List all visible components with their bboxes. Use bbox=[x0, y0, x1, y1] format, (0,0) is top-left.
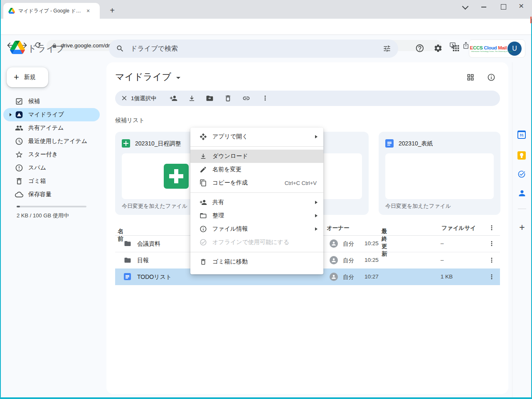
owner-avatar bbox=[330, 273, 338, 281]
account-badge-subtitle: Information Technology Center, The Unive… bbox=[471, 50, 506, 52]
header-more-icon[interactable] bbox=[488, 224, 495, 232]
menu-divider bbox=[190, 146, 323, 147]
window-close-button[interactable]: × bbox=[519, 1, 524, 10]
tab-close-icon[interactable]: × bbox=[86, 8, 90, 14]
submenu-arrow-icon bbox=[315, 214, 318, 217]
owner-name: 自分 bbox=[343, 240, 354, 248]
keep-icon[interactable] bbox=[517, 151, 526, 160]
account-badge[interactable]: ECCS Cloud Mail Information Technology C… bbox=[469, 39, 525, 58]
menu-item-copy[interactable]: コピーを作成Ctrl+C Ctrl+V bbox=[190, 176, 323, 190]
menu-item-folder-open[interactable]: 整理 bbox=[190, 209, 323, 222]
sidebar-item-label: スパム bbox=[28, 164, 46, 172]
rename-icon bbox=[200, 166, 207, 173]
doc-icon bbox=[124, 273, 131, 282]
sidebar-item-starred[interactable]: スター付き bbox=[3, 148, 100, 161]
browser-tab[interactable]: マイドライブ - Google ドライブ × bbox=[3, 3, 100, 19]
details-info-icon[interactable] bbox=[487, 73, 495, 81]
more-vert-icon[interactable] bbox=[261, 94, 269, 102]
context-menu: アプリで開くダウンロード名前を変更コピーを作成Ctrl+C Ctrl+V共有整理… bbox=[190, 128, 323, 274]
sidebar-item-my-drive[interactable]: マイドライブ bbox=[3, 108, 100, 121]
sidebar-item-recent[interactable]: 最近使用したアイテム bbox=[3, 135, 100, 148]
menu-divider bbox=[190, 252, 323, 252]
info-icon bbox=[200, 225, 207, 233]
link-icon[interactable] bbox=[242, 94, 250, 102]
person-add-icon[interactable] bbox=[170, 94, 177, 102]
menu-item-label: ファイル情報 bbox=[212, 225, 315, 233]
workspace-side-panel: 31 + › bbox=[512, 62, 532, 397]
contacts-icon[interactable] bbox=[517, 189, 527, 198]
my-drive-icon bbox=[15, 111, 23, 119]
menu-item-info[interactable]: ファイル情報 bbox=[190, 222, 323, 236]
copy-icon bbox=[200, 179, 207, 187]
breadcrumb-title[interactable]: マイドライブ bbox=[115, 71, 180, 83]
sheets-file-icon bbox=[122, 139, 130, 149]
column-header-owner[interactable]: オーナー bbox=[327, 224, 350, 232]
storage-progress-fill bbox=[17, 206, 20, 207]
search-icon[interactable] bbox=[116, 44, 124, 53]
new-tab-button[interactable]: + bbox=[107, 6, 117, 16]
account-badge-word: Cloud bbox=[483, 45, 497, 50]
download-icon[interactable] bbox=[188, 94, 196, 102]
help-icon[interactable] bbox=[415, 44, 424, 53]
clear-selection-icon[interactable] bbox=[121, 94, 128, 102]
menu-item-label: ダウンロード bbox=[212, 153, 323, 160]
menu-divider bbox=[190, 192, 323, 193]
card-title: 202310_日程調整 bbox=[135, 140, 181, 148]
window-menu-chevron-icon[interactable] bbox=[462, 3, 469, 10]
card-footer-text: 今日変更を加えたファイル bbox=[122, 202, 187, 210]
sidebar-item-spam[interactable]: スパム bbox=[3, 161, 100, 175]
download-icon bbox=[200, 153, 207, 160]
page-title: マイドライブ bbox=[115, 71, 171, 83]
search-options-icon[interactable] bbox=[383, 44, 391, 53]
account-badge-title: ECCS Cloud Mail bbox=[469, 45, 507, 50]
star-icon bbox=[15, 150, 23, 159]
offline-icon bbox=[200, 239, 207, 246]
drive-logo-icon[interactable] bbox=[10, 41, 25, 54]
window-minimize-button[interactable] bbox=[481, 7, 486, 7]
sidebar-item-storage[interactable]: 保存容量 bbox=[3, 188, 100, 201]
menu-item-person-add[interactable]: 共有 bbox=[190, 196, 323, 209]
edge-artifact bbox=[530, 17, 532, 23]
row-more-icon[interactable] bbox=[488, 256, 495, 264]
menu-item-rename[interactable]: 名前を変更 bbox=[190, 163, 323, 176]
trash-icon[interactable] bbox=[224, 94, 232, 102]
file-name: 会議資料 bbox=[137, 240, 160, 248]
column-header-size[interactable]: ファイルサイ bbox=[441, 224, 476, 232]
account-badge-word: E bbox=[470, 45, 473, 50]
screen-edge-left bbox=[0, 0, 1, 399]
sidebar-item-suggested[interactable]: 候補 bbox=[3, 95, 100, 108]
menu-item-trash[interactable]: ゴミ箱に移動 bbox=[190, 255, 323, 268]
browser-tab-bar: マイドライブ - Google ドライブ × + × bbox=[0, 0, 532, 19]
sidebar-item-shared[interactable]: 共有アイテム bbox=[3, 121, 100, 135]
menu-item-download[interactable]: ダウンロード bbox=[190, 150, 323, 163]
sidebar-item-label: 保存容量 bbox=[28, 191, 52, 198]
browser-toolbar: drive.google.com/drive/my-drive U bbox=[0, 19, 532, 35]
sidebar-item-trash[interactable]: ゴミ箱 bbox=[3, 175, 100, 188]
selection-toolbar: 1個選択中 bbox=[115, 91, 500, 106]
sort-ascending-icon: ↑ bbox=[121, 228, 124, 234]
row-more-icon[interactable] bbox=[488, 273, 495, 281]
menu-item-offline: オフラインで使用可能にする bbox=[190, 236, 323, 249]
menu-item-label: オフラインで使用可能にする bbox=[212, 239, 323, 246]
search-bar[interactable]: ドライブで検索 bbox=[109, 39, 398, 58]
owner-name: 自分 bbox=[343, 273, 354, 281]
calendar-icon[interactable]: 31 bbox=[517, 131, 526, 139]
account-badge-word: Mail bbox=[497, 45, 507, 50]
apps-grid-icon[interactable] bbox=[451, 44, 461, 53]
get-addons-button[interactable]: + bbox=[512, 222, 532, 233]
account-avatar[interactable]: U bbox=[507, 42, 522, 56]
folder-move-icon[interactable] bbox=[206, 94, 214, 102]
new-button[interactable]: + 新規 bbox=[7, 67, 48, 87]
column-header-name[interactable]: 名前 ↑ bbox=[118, 224, 121, 231]
open-with-icon bbox=[200, 133, 207, 140]
suggested-file-card[interactable]: 202310_表紙今日変更を加えたファイル bbox=[379, 132, 500, 215]
menu-item-open-with[interactable]: アプリで開く bbox=[190, 130, 323, 143]
cloud-icon bbox=[15, 190, 23, 199]
suggested-section-label: 候補リスト bbox=[115, 117, 145, 124]
grid-view-icon[interactable] bbox=[466, 73, 475, 81]
row-more-icon[interactable] bbox=[488, 240, 495, 247]
window-maximize-button[interactable] bbox=[501, 4, 506, 10]
settings-gear-icon[interactable] bbox=[433, 44, 443, 53]
expand-arrow-icon[interactable] bbox=[10, 113, 12, 116]
tasks-icon[interactable] bbox=[517, 170, 526, 178]
